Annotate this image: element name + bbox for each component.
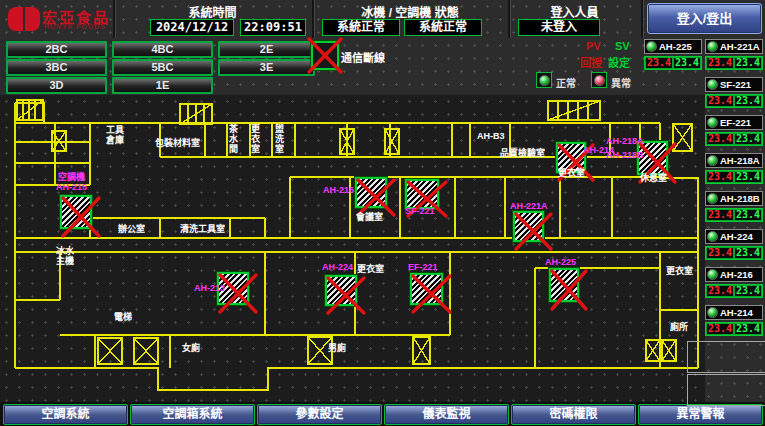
green-led-icon	[707, 41, 718, 52]
red-x-icon	[551, 270, 587, 310]
unit-label: AH-225	[545, 257, 576, 267]
sv-value: 23.4	[734, 57, 762, 69]
unit-values-ah-221a: 23.423.4	[705, 56, 763, 70]
ahu-comm-loss-icon[interactable]	[410, 273, 443, 305]
bottom-button-2[interactable]: 空調箱系統	[130, 404, 255, 425]
unit-row-ah-218b[interactable]: AH-218B	[705, 191, 763, 206]
unit-values-ah-225: 23.423.4	[644, 56, 702, 70]
room-label: 盥洗室	[274, 124, 284, 154]
unit-row-ah-218a[interactable]: AH-218A	[705, 153, 763, 168]
sv-value: 23.4	[734, 247, 762, 259]
room-label: 更衣室	[250, 124, 260, 154]
room-label: 更衣室	[357, 264, 384, 274]
ahu-comm-loss-icon[interactable]	[325, 275, 357, 306]
green-led-icon	[707, 193, 718, 204]
room-label: 休息室	[640, 173, 667, 183]
room-label: 茶水間	[228, 124, 238, 154]
sv-value: 23.4	[734, 209, 762, 221]
pv-value: 23.4	[706, 171, 734, 183]
sv-value: 23.4	[734, 95, 762, 107]
room-label: 辦公室	[118, 224, 145, 234]
red-x-icon	[308, 38, 342, 73]
room-label: 清洗工具室	[180, 224, 225, 234]
unit-values-sf-221: 23.423.4	[705, 94, 763, 108]
red-x-icon	[515, 213, 552, 250]
unit-row-ah-225[interactable]: AH-225	[644, 39, 702, 54]
red-x-icon	[62, 197, 100, 237]
room-label: AH-B3	[477, 131, 505, 141]
unit-label: SF-221	[405, 206, 435, 216]
room-label: 會議室	[356, 212, 383, 222]
unit-name: AH-218B	[720, 193, 760, 204]
room-label: 冰水 主機	[56, 246, 74, 266]
ahu-comm-loss-icon[interactable]	[355, 177, 387, 208]
green-led-icon	[707, 269, 718, 280]
sv-value: 23.4	[673, 57, 701, 69]
room-label: 電梯	[114, 312, 132, 322]
pv-value: 23.4	[706, 285, 734, 297]
unit-row-ah-214[interactable]: AH-214	[705, 305, 763, 320]
ahu-comm-loss-icon[interactable]	[405, 179, 439, 209]
unit-values-ah-216: 23.423.4	[705, 284, 763, 298]
green-led-icon	[707, 231, 718, 242]
unit-row-ah-216[interactable]: AH-216	[705, 267, 763, 282]
unit-name: AH-224	[720, 231, 753, 242]
unit-label: AH-218B	[606, 150, 644, 160]
floorplan: 工具 倉庫包裝材料室茶水間更衣室盥洗室AH-B3品質檢驗室更衣室休息室辦公室清洗…	[0, 95, 705, 405]
ahu-comm-loss-icon[interactable]	[60, 195, 92, 229]
pv-value: 23.4	[706, 209, 734, 221]
unit-label: AH-218A	[606, 136, 644, 146]
ahu-comm-loss-icon[interactable]	[513, 211, 544, 242]
bottom-button-3[interactable]: 參數設定	[257, 404, 382, 425]
unit-row-ah-221a[interactable]: AH-221A	[705, 39, 763, 54]
unit-name: AH-216	[720, 269, 753, 280]
room-label: 更衣室	[558, 168, 585, 178]
unit-label: AH-215	[56, 182, 87, 192]
unit-values-ah-224: 23.423.4	[705, 246, 763, 260]
green-led-icon	[707, 79, 718, 90]
ahu-comm-loss-icon[interactable]	[549, 268, 579, 302]
bottom-button-5[interactable]: 密碼權限	[511, 404, 636, 425]
sv-value: 23.4	[734, 285, 762, 297]
room-label: 男廁	[328, 343, 346, 353]
unit-name: EF-221	[720, 117, 751, 128]
unit-values-ah-214: 23.423.4	[705, 322, 763, 336]
sv-value: 23.4	[734, 171, 762, 183]
unit-name: AH-225	[659, 41, 692, 52]
unit-name: AH-218A	[720, 155, 760, 166]
pv-value: 23.4	[706, 323, 734, 335]
room-label: 品質檢驗室	[500, 148, 545, 158]
room-label: 廁所	[670, 322, 688, 332]
bottom-button-4[interactable]: 儀表監視	[384, 404, 509, 425]
green-led-icon	[707, 117, 718, 128]
unit-label: AH-213	[194, 283, 225, 293]
red-x-icon	[357, 179, 395, 216]
unit-name: AH-214	[720, 307, 753, 318]
bottom-button-1[interactable]: 空調系統	[3, 404, 128, 425]
pv-value: 23.4	[706, 95, 734, 107]
unit-name: AH-221A	[720, 41, 760, 52]
unit-row-sf-221[interactable]: SF-221	[705, 77, 763, 92]
room-label: 女廁	[182, 343, 200, 353]
unit-label: EF-221	[408, 262, 438, 272]
unit-label: AH-221A	[510, 201, 548, 211]
unit-values-ah-218b: 23.423.4	[705, 208, 763, 222]
pv-value: 23.4	[645, 57, 673, 69]
room-label: 工具 倉庫	[106, 125, 124, 145]
bottom-menu-bar: 空調系統空調箱系統參數設定儀表監視密碼權限異常警報	[0, 402, 765, 426]
pv-value: 23.4	[706, 247, 734, 259]
unit-values-ah-218a: 23.423.4	[705, 170, 763, 184]
green-led-icon	[707, 155, 718, 166]
red-x-icon	[327, 277, 365, 314]
empty-unit-slot	[687, 374, 765, 406]
unit-label: AH-216	[323, 185, 354, 195]
pv-value: 23.4	[706, 133, 734, 145]
empty-unit-slot	[687, 341, 765, 373]
sv-value: 23.4	[734, 133, 762, 145]
unit-values-ef-221: 23.423.4	[705, 132, 763, 146]
ahu-comm-loss-icon[interactable]	[311, 41, 339, 70]
unit-row-ef-221[interactable]: EF-221	[705, 115, 763, 130]
unit-row-ah-224[interactable]: AH-224	[705, 229, 763, 244]
bottom-button-6[interactable]: 異常警報	[638, 404, 763, 425]
red-x-icon	[412, 275, 451, 313]
